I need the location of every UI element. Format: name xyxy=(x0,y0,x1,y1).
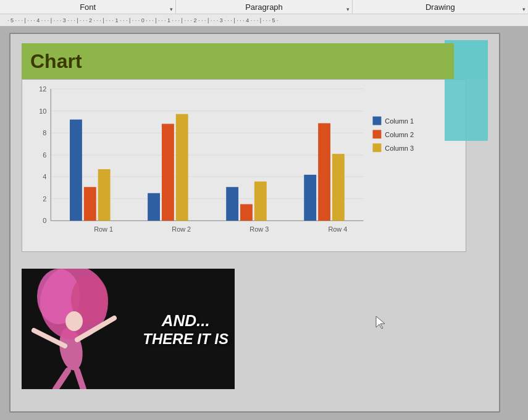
chart-title: Chart xyxy=(30,50,82,73)
svg-text:Row 3: Row 3 xyxy=(249,225,269,233)
svg-text:Row 2: Row 2 xyxy=(172,225,191,233)
svg-rect-25 xyxy=(240,204,253,221)
svg-rect-18 xyxy=(98,169,111,220)
svg-text:Column 1: Column 1 xyxy=(385,117,414,125)
chart-svg: 12 10 8 6 4 2 0 xyxy=(22,80,466,251)
svg-rect-0 xyxy=(23,80,465,251)
svg-text:Column 2: Column 2 xyxy=(385,131,414,138)
svg-rect-36 xyxy=(373,143,382,152)
svg-rect-21 xyxy=(162,124,174,220)
cursor-svg xyxy=(375,315,387,330)
toolbar-paragraph-section[interactable]: Paragraph ▾ xyxy=(176,0,352,14)
svg-text:0: 0 xyxy=(43,217,46,224)
svg-rect-29 xyxy=(318,123,330,220)
chart-title-bar: Chart xyxy=(22,43,454,79)
teal-box-overlap xyxy=(445,79,488,141)
svg-text:10: 10 xyxy=(39,107,46,115)
toolbar-drawing-section[interactable]: Drawing ▾ xyxy=(353,0,528,14)
paragraph-label: Paragraph xyxy=(245,2,283,12)
svg-rect-17 xyxy=(84,187,96,221)
document-page: Chart 12 10 xyxy=(9,33,500,413)
svg-rect-24 xyxy=(226,187,238,221)
toolbar: Font ▾ Paragraph ▾ Drawing ▾ xyxy=(0,0,528,14)
ruler-mark: · 5 · · · | · · · 4 · · · | · · · 3 · · … xyxy=(7,17,279,23)
svg-rect-22 xyxy=(176,114,188,221)
cursor xyxy=(375,315,387,330)
svg-text:Column 3: Column 3 xyxy=(385,145,414,152)
svg-rect-20 xyxy=(148,193,160,221)
font-label: Font xyxy=(80,2,96,12)
svg-text:8: 8 xyxy=(43,129,46,136)
svg-text:6: 6 xyxy=(43,151,46,159)
svg-text:12: 12 xyxy=(39,85,46,93)
chart-container: 12 10 8 6 4 2 0 xyxy=(22,79,466,252)
toolbar-font-section[interactable]: Font ▾ xyxy=(0,0,176,14)
ruler-content: · 5 · · · | · · · 4 · · · | · · · 3 · · … xyxy=(2,17,526,23)
document-area: Chart 12 10 xyxy=(0,27,528,420)
image-area: AND... THERE IT IS xyxy=(22,269,235,389)
ruler: · 5 · · · | · · · 4 · · · | · · · 3 · · … xyxy=(0,14,528,27)
figure-svg xyxy=(22,269,145,389)
svg-point-43 xyxy=(65,311,83,331)
svg-rect-34 xyxy=(373,130,382,138)
svg-text:Row 4: Row 4 xyxy=(328,225,347,233)
image-placeholder: AND... THERE IT IS xyxy=(22,269,235,389)
image-text-line1: AND... xyxy=(143,311,228,330)
image-text-line2: THERE IT IS xyxy=(143,330,228,347)
drawing-expand-icon: ▾ xyxy=(522,6,526,12)
svg-rect-16 xyxy=(70,120,82,221)
svg-rect-26 xyxy=(254,182,267,221)
font-expand-icon: ▾ xyxy=(170,6,173,12)
drawing-label: Drawing xyxy=(425,2,455,12)
svg-text:4: 4 xyxy=(43,173,46,180)
svg-text:Row 1: Row 1 xyxy=(94,225,113,233)
image-text: AND... THERE IT IS xyxy=(143,311,228,347)
svg-text:2: 2 xyxy=(43,195,46,203)
svg-rect-28 xyxy=(304,175,316,220)
paragraph-expand-icon: ▾ xyxy=(346,6,350,12)
svg-rect-32 xyxy=(373,117,382,125)
svg-rect-30 xyxy=(332,154,345,220)
